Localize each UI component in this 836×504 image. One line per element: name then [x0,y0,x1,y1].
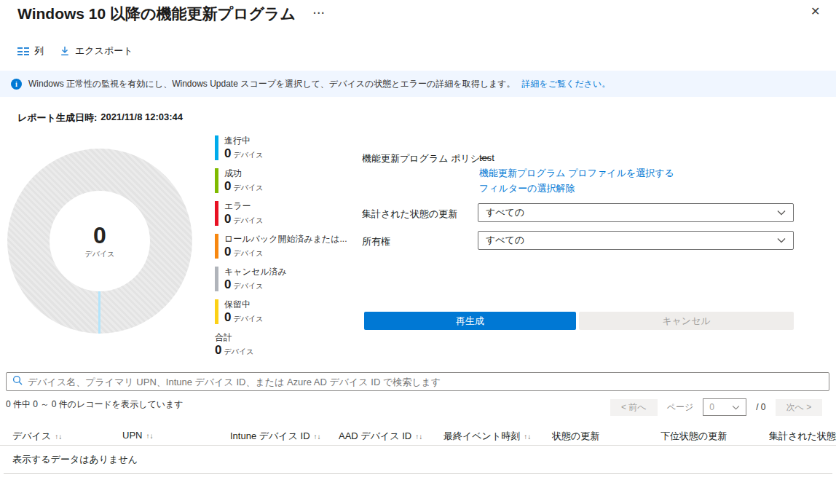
sort-icon: ↑↓ [314,433,321,441]
info-banner: i Windows 正常性の監視を有効にし、Windows Update スコー… [0,71,836,97]
ownership-dropdown[interactable]: すべての [478,231,794,250]
chevron-down-icon [732,405,740,410]
legend-swatch [215,168,218,193]
chevron-down-icon [777,237,786,243]
donut-center-value: 0 [93,223,106,248]
toolbar: 列 エクスポート [17,44,133,58]
ownership-dropdown-value: すべての [486,234,524,247]
sort-icon: ↑↓ [55,433,62,441]
legend-value: 0 [224,277,231,291]
column-header-last-event-time[interactable]: 最終イベント時刻↑↓ [443,430,531,443]
legend-item-rollback: ロールバック開始済みまたは... 0デバイス [215,234,347,259]
device-status-donut-chart: 0 デバイス [7,149,192,334]
legend-item-success: 成功 0デバイス [215,168,347,193]
record-count-summary: 0 件中 0 ～ 0 件のレコードを表示しています [6,398,184,411]
column-header-aad-device-id[interactable]: AAD デバイス ID↑↓ [339,430,422,443]
info-icon: i [11,79,22,90]
column-header-aggregated-state[interactable]: 集計された状態の更新 [769,430,836,443]
device-table-header: デバイス↑↓ UPN↑↓ Intune デバイス ID↑↓ AAD デバイス I… [0,427,836,446]
more-options-icon[interactable]: ··· [313,7,326,19]
page-title: Windows 10 以降の機能更新プログラム [17,4,296,24]
legend-label: 進行中 [224,135,263,146]
export-button[interactable]: エクスポート [60,44,133,58]
aggregated-status-dropdown[interactable]: すべての [478,203,794,222]
chevron-down-icon [777,210,786,216]
column-header-device[interactable]: デバイス↑↓ [12,430,62,443]
legend-swatch [215,299,218,324]
page-total: / 0 [756,402,765,412]
sort-icon: ↑↓ [524,433,531,441]
download-icon [60,46,70,56]
sort-icon: ↑↓ [415,433,422,441]
legend-label: 保留中 [224,299,263,310]
clear-filter-link[interactable]: フィルターの選択解除 [479,182,575,195]
donut-zero-tick [98,291,100,334]
legend-value: 0 [224,212,231,226]
legend-label: キャンセル済み [224,267,287,277]
aggregated-status-dropdown-value: すべての [486,206,524,219]
page-number-dropdown[interactable]: 0 [703,398,746,416]
legend-unit: デバイス [233,183,263,193]
donut-center-unit: デバイス [85,249,115,259]
donut-center: 0 デバイス [50,191,150,291]
legend-swatch [215,267,218,291]
search-input[interactable] [28,377,823,387]
policy-value: test [479,152,494,163]
legend-item-total: 合計 0デバイス [215,332,347,357]
legend-item-pending: 保留中 0デバイス [215,299,347,324]
legend-value: 0 [224,146,231,160]
legend-label: 合計 [215,332,253,342]
legend-item-in-progress: 進行中 0デバイス [215,135,347,160]
legend-value: 0 [224,310,231,324]
legend-unit: デバイス [233,248,263,259]
legend-unit: デバイス [233,281,263,291]
column-header-intune-device-id[interactable]: Intune デバイス ID↑↓ [230,430,321,443]
report-generated-line: レポート生成日時: 2021/11/8 12:03:44 [17,111,183,125]
next-page-button[interactable]: 次へ > [776,399,823,416]
legend-label: 成功 [224,168,263,178]
legend-label: エラー [224,201,263,211]
column-header-upn[interactable]: UPN↑↓ [122,430,153,441]
columns-icon [17,47,29,55]
search-icon [12,375,23,388]
legend-unit: デバイス [233,216,263,226]
regenerate-button[interactable]: 再生成 [364,312,576,330]
info-banner-text: Windows 正常性の監視を有効にし、Windows Update スコープを… [28,78,516,90]
legend-swatch [215,234,218,259]
legend-unit: デバイス [224,347,253,357]
legend-item-cancelled: キャンセル済み 0デバイス [215,267,347,291]
aggregated-status-label: 集計された状態の更新 [362,208,457,221]
legend-value: 0 [224,179,231,193]
pagination: < 前へ ページ 0 / 0 次へ > [610,398,822,416]
legend-unit: デバイス [233,314,263,324]
cancel-button[interactable]: キャンセル [579,312,794,330]
report-generated-label: レポート生成日時: [17,111,97,125]
page-label: ページ [667,401,694,414]
previous-page-button[interactable]: < 前へ [610,399,658,416]
select-profile-link[interactable]: 機能更新プログラム プロファイルを選択する [479,167,674,180]
legend-item-error: エラー 0デバイス [215,201,347,226]
page-number-value: 0 [709,402,714,412]
feature-updates-report-blade: Windows 10 以降の機能更新プログラム ··· ✕ 列 エクスポート i… [0,0,836,504]
legend-value: 0 [224,245,231,259]
device-search-box [6,372,829,391]
policy-label: 機能更新プログラム ポリシー [362,152,489,165]
chart-legend: 進行中 0デバイス 成功 0デバイス エラー 0デバイス ロールバック開始済みま… [215,135,347,357]
legend-unit: デバイス [233,150,263,160]
legend-swatch [215,201,218,226]
report-generated-value: 2021/11/8 12:03:44 [100,111,183,125]
column-header-update-substate[interactable]: 下位状態の更新 [660,430,727,443]
learn-more-link[interactable]: 詳細をご覧ください。 [522,78,611,90]
column-header-update-state[interactable]: 状態の更新 [552,430,599,443]
sort-icon: ↑↓ [146,432,153,440]
empty-table-message: 表示するデータはありません [12,453,138,466]
export-button-label: エクスポート [75,44,133,58]
legend-value: 0 [215,343,221,357]
ownership-label: 所有権 [362,235,390,248]
columns-button[interactable]: 列 [17,44,44,58]
legend-swatch [215,135,218,160]
close-icon[interactable]: ✕ [811,4,820,18]
columns-button-label: 列 [34,44,44,58]
legend-label: ロールバック開始済みまたは... [224,234,347,244]
table-bottom-divider [4,473,832,474]
